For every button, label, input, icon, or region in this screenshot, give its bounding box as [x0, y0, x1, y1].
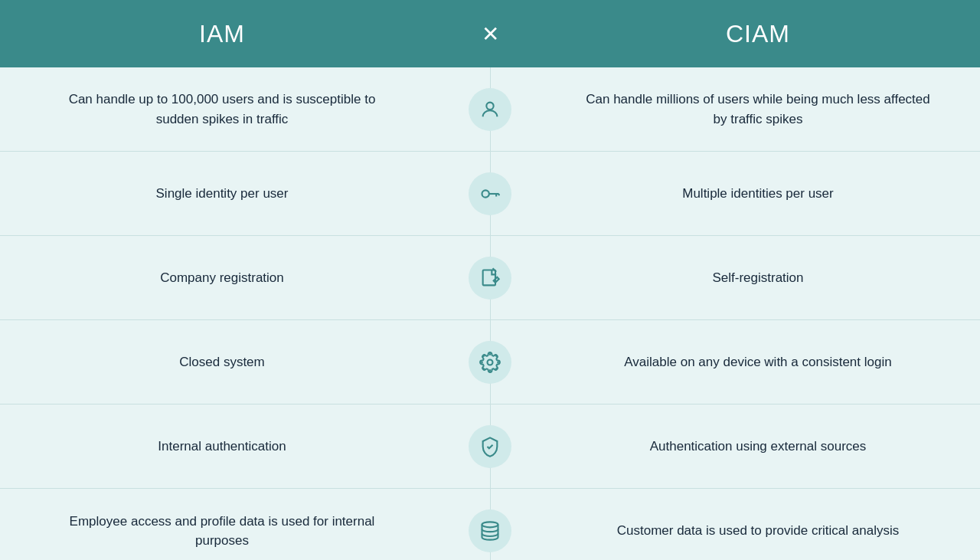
table-row: Company registration Self-registration: [0, 236, 980, 320]
register-icon-circle: [469, 257, 511, 300]
register-icon: [479, 267, 501, 289]
ciam-cell-1: Can handle millions of users while being…: [536, 74, 980, 144]
svg-point-7: [488, 359, 493, 365]
table-row: Closed system Available on any device wi…: [0, 320, 980, 404]
user-icon-circle: [469, 88, 511, 131]
table-row: Can handle up to 100,000 users and is su…: [0, 67, 980, 152]
ciam-cell-5: Authentication using external sources: [536, 421, 980, 472]
iam-cell-5: Internal authentication: [0, 421, 444, 472]
header: IAM ✕ CIAM: [0, 0, 980, 67]
comparison-table: Can handle up to 100,000 users and is su…: [0, 67, 980, 560]
ciam-title: CIAM: [536, 20, 980, 48]
icon-cell-6: [444, 509, 536, 552]
iam-cell-6: Employee access and profile data is used…: [0, 496, 444, 561]
key-icon-circle: [469, 172, 511, 215]
ciam-cell-2: Multiple identities per user: [536, 169, 980, 219]
icon-cell-1: [444, 88, 536, 131]
icon-cell-2: [444, 172, 536, 215]
gear-icon: [479, 352, 501, 373]
icon-cell-4: [444, 341, 536, 384]
ciam-cell-4: Available on any device with a consisten…: [536, 337, 980, 388]
iam-cell-1: Can handle up to 100,000 users and is su…: [0, 74, 444, 144]
key-icon: [479, 183, 501, 205]
iam-cell-3: Company registration: [0, 253, 444, 303]
database-icon: [479, 520, 501, 542]
vs-icon: ✕: [482, 21, 499, 47]
iam-cell-4: Closed system: [0, 337, 444, 388]
table-row: Employee access and profile data is used…: [0, 489, 980, 560]
shield-icon-circle: [469, 425, 511, 468]
ciam-cell-6: Customer data is used to provide critica…: [536, 506, 980, 556]
icon-cell-5: [444, 425, 536, 468]
icon-cell-3: [444, 257, 536, 300]
table-row: Single identity per user Multiple identi…: [0, 152, 980, 236]
gear-icon-circle: [469, 341, 511, 384]
vs-symbol: ✕: [444, 21, 536, 47]
database-icon-circle: [469, 509, 511, 552]
svg-point-1: [482, 190, 489, 197]
shield-icon: [479, 436, 501, 457]
svg-rect-5: [483, 270, 495, 285]
table-row: Internal authentication Authentication u…: [0, 404, 980, 489]
svg-point-8: [482, 522, 498, 527]
ciam-cell-3: Self-registration: [536, 253, 980, 303]
iam-title: IAM: [0, 20, 444, 48]
user-icon: [479, 99, 501, 120]
svg-point-0: [486, 102, 493, 109]
iam-cell-2: Single identity per user: [0, 169, 444, 219]
